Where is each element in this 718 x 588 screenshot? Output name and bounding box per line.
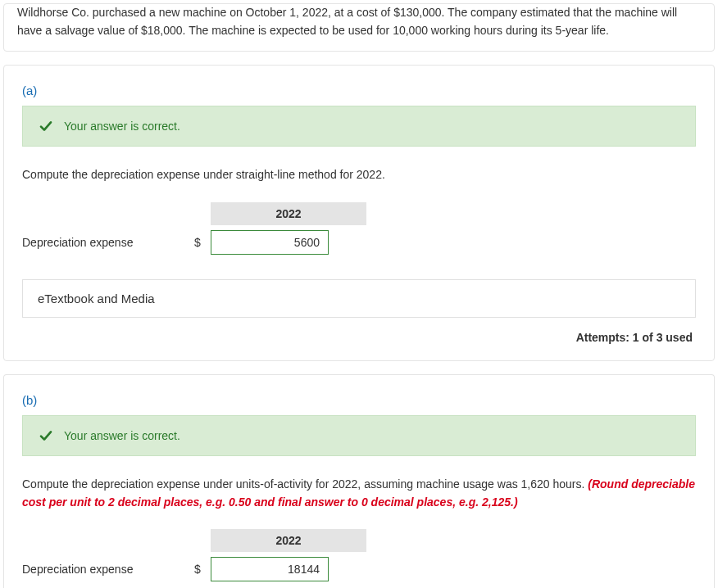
instruction-plain: Compute the depreciation expense under u… [22, 477, 588, 491]
year-header: 2022 [211, 529, 366, 552]
part-a-card: (a) Your answer is correct. Compute the … [3, 65, 715, 361]
row-label: Depreciation expense [22, 236, 194, 249]
part-b-instruction: Compute the depreciation expense under u… [22, 476, 696, 511]
attempts-text: Attempts: 1 of 3 used [22, 318, 696, 344]
problem-text: Wildhorse Co. purchased a new machine on… [4, 4, 714, 51]
check-icon [39, 120, 52, 133]
part-a-label: (a) [4, 66, 714, 106]
depreciation-input[interactable] [211, 557, 329, 581]
answer-row: Depreciation expense $ [22, 230, 696, 255]
row-label: Depreciation expense [22, 563, 194, 576]
answer-row: Depreciation expense $ [22, 557, 696, 581]
part-b-card: (b) Your answer is correct. Compute the … [3, 374, 715, 588]
part-b-label: (b) [4, 375, 714, 415]
year-header: 2022 [211, 202, 366, 225]
success-banner: Your answer is correct. [22, 415, 696, 456]
success-text: Your answer is correct. [64, 120, 180, 133]
depreciation-input[interactable] [211, 230, 329, 255]
success-text: Your answer is correct. [64, 429, 180, 442]
etextbook-media-button[interactable]: eTextbook and Media [22, 279, 696, 318]
success-banner: Your answer is correct. [22, 106, 696, 147]
answer-table: 2022 Depreciation expense $ [22, 529, 696, 581]
problem-card: Wildhorse Co. purchased a new machine on… [3, 3, 715, 52]
check-icon [39, 429, 52, 442]
answer-table: 2022 Depreciation expense $ [22, 202, 696, 255]
currency-symbol: $ [194, 563, 211, 576]
currency-symbol: $ [194, 236, 211, 249]
part-a-instruction: Compute the depreciation expense under s… [22, 166, 696, 184]
